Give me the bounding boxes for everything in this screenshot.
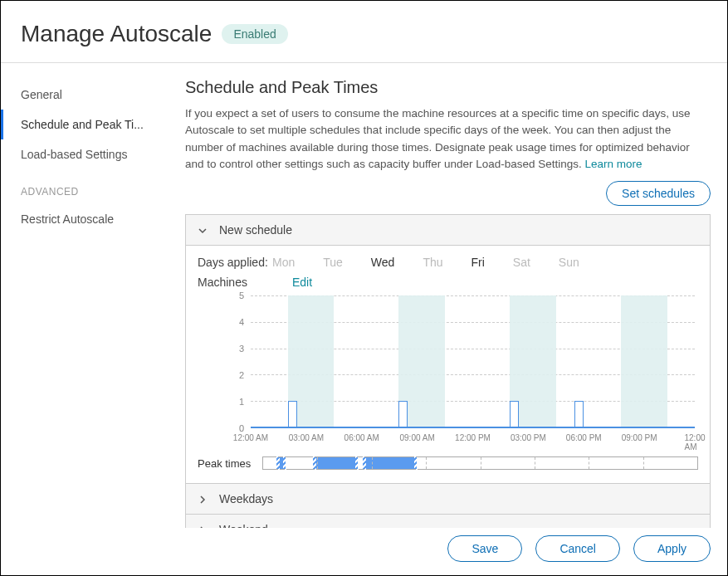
status-badge: Enabled [222, 24, 287, 44]
y-tick: 4 [239, 317, 244, 327]
y-tick: 3 [239, 344, 244, 354]
sidebar-item-schedule[interactable]: Schedule and Peak Ti... [1, 110, 167, 139]
sidebar: General Schedule and Peak Ti... Load-bas… [1, 63, 167, 528]
x-tick: 03:00 AM [289, 433, 324, 442]
days-applied-label: Days applied: [198, 256, 272, 269]
x-tick: 12:00 PM [455, 433, 491, 442]
section-title: Schedule and Peak Times [185, 78, 711, 97]
sidebar-item-general[interactable]: General [1, 80, 167, 110]
x-tick: 06:00 AM [344, 433, 379, 442]
chart-bar [574, 401, 584, 427]
x-tick: 12:00 AM [684, 433, 705, 452]
y-tick: 0 [239, 423, 244, 433]
schedule-name: Weekdays [219, 492, 273, 505]
set-schedules-button[interactable]: Set schedules [606, 181, 711, 206]
page-title: Manage Autoscale [21, 21, 212, 47]
day-wed: Wed [371, 256, 395, 269]
machines-chart: 012345 12:00 AM03:00 AM06:00 AM09:00 AM1… [198, 295, 698, 445]
schedule-name: New schedule [219, 223, 292, 237]
x-tick: 09:00 PM [622, 433, 657, 442]
day-tue: Tue [323, 256, 343, 269]
learn-more-link[interactable]: Learn more [585, 158, 642, 170]
machines-label: Machines [198, 276, 272, 289]
sidebar-item-load[interactable]: Load-based Settings [1, 139, 167, 169]
peak-times-track[interactable] [262, 456, 698, 470]
page-header: Manage Autoscale Enabled [1, 1, 727, 63]
schedule-body-new: Days applied: Mon Tue Wed Thu Fri Sat Su… [186, 246, 710, 483]
y-tick: 5 [239, 290, 244, 300]
days-list: Mon Tue Wed Thu Fri Sat Sun [272, 256, 579, 269]
day-sun: Sun [559, 256, 579, 269]
day-fri: Fri [471, 256, 485, 269]
x-tick: 03:00 PM [511, 433, 546, 442]
chart-bar [510, 401, 519, 427]
schedule-header-weekdays[interactable]: Weekdays [186, 483, 710, 514]
day-mon: Mon [272, 256, 295, 269]
schedule-header-new[interactable]: New schedule [186, 215, 710, 246]
peak-times-row: Peak times [198, 456, 698, 470]
schedules-accordion: New schedule Days applied: Mon Tue Wed T… [185, 214, 711, 528]
cancel-button[interactable]: Cancel [535, 535, 620, 562]
dialog-footer: Save Cancel Apply [1, 522, 727, 575]
apply-button[interactable]: Apply [633, 535, 711, 562]
peak-segment[interactable] [363, 457, 417, 469]
day-thu: Thu [423, 256, 442, 269]
y-tick: 1 [239, 397, 244, 407]
section-description: If you expect a set of users to consume … [185, 105, 711, 173]
chart-bar [288, 401, 297, 427]
x-tick: 12:00 AM [233, 433, 268, 442]
sidebar-heading-advanced: ADVANCED [1, 169, 167, 204]
sidebar-item-restrict[interactable]: Restrict Autoscale [1, 204, 167, 234]
x-tick: 09:00 AM [399, 433, 434, 442]
chart-bar [398, 401, 408, 427]
x-tick: 06:00 PM [566, 433, 602, 442]
chevron-right-icon [198, 494, 208, 504]
save-button[interactable]: Save [447, 535, 522, 562]
edit-machines-link[interactable]: Edit [292, 276, 312, 289]
main-content: Schedule and Peak Times If you expect a … [167, 63, 727, 528]
peak-segment[interactable] [313, 457, 358, 469]
day-sat: Sat [513, 256, 530, 269]
chevron-down-icon [198, 225, 208, 235]
y-tick: 2 [239, 370, 244, 380]
peak-times-label: Peak times [198, 457, 262, 470]
